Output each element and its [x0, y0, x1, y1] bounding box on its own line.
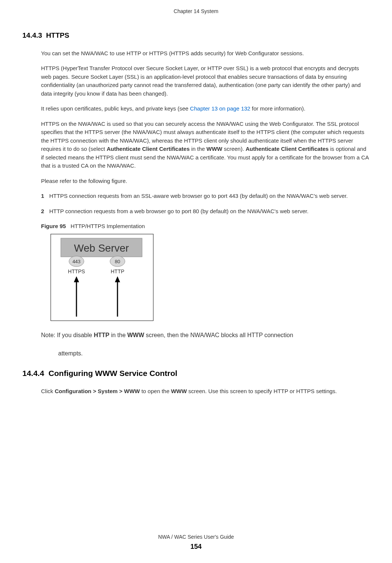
- web-server-label: Web Server: [74, 242, 129, 254]
- note-pre: Note: If you disable: [41, 332, 94, 338]
- list-item-1: 1 HTTPS connection requests from an SSL-…: [41, 192, 370, 200]
- para4-bold2: WWW: [207, 146, 222, 152]
- chapter-header: Chapter 14 System: [22, 7, 370, 15]
- note-bold1: HTTP: [94, 332, 109, 338]
- list-num-1: 1: [41, 192, 49, 200]
- http-label: HTTP: [111, 268, 125, 274]
- note-text: Note: If you disable HTTP in the WWW scr…: [41, 331, 370, 340]
- port-443-label: 443: [72, 259, 81, 264]
- svg-marker-7: [115, 276, 120, 282]
- figure-label: Figure 95: [41, 223, 66, 229]
- para4-mid2: screen).: [222, 146, 246, 152]
- para4-bold1: Authenticate Client Certificates: [107, 146, 190, 152]
- para6-bold2: WWW: [171, 388, 186, 394]
- note-bold2: WWW: [127, 332, 144, 338]
- https-label: HTTPS: [68, 268, 85, 274]
- section-title: HTTPS: [46, 31, 69, 39]
- list-item-2: 2 HTTP connection requests from a web br…: [41, 207, 370, 216]
- paragraph-3: It relies upon certificates, public keys…: [41, 105, 370, 113]
- port-80-label: 80: [115, 259, 120, 264]
- para6-post: screen. Use this screen to specify HTTP …: [187, 388, 337, 394]
- cross-ref-link[interactable]: Chapter 13 on page 132: [190, 105, 250, 112]
- para4-bold3: Authenticate Client Certificates: [246, 146, 329, 152]
- para6-pre: Click: [41, 388, 55, 394]
- section2-title: Configuring WWW Service Control: [48, 369, 177, 377]
- section-heading-www: 14.4.4 Configuring WWW Service Control: [22, 367, 370, 379]
- paragraph-4: HTTPS on the NWA/WAC is used so that you…: [41, 120, 370, 170]
- list-text-1: HTTPS connection requests from an SSL-aw…: [49, 192, 370, 200]
- paragraph-6: Click Configuration > System > WWW to op…: [41, 387, 370, 396]
- para3-post: for more information).: [250, 105, 305, 112]
- footer-page-number: 154: [0, 542, 392, 552]
- figure-diagram: Web Server 443 80 HTTPS HTTP: [50, 234, 370, 321]
- svg-marker-5: [74, 276, 79, 282]
- paragraph-1: You can set the NWA/WAC to use HTTP or H…: [41, 49, 370, 58]
- page-footer: NWA / WAC Series User's Guide 154: [0, 533, 392, 552]
- note-post: screen, then the NWA/WAC blocks all HTTP…: [144, 332, 294, 338]
- note-mid1: in the: [109, 332, 127, 338]
- section2-number: 14.4.4: [22, 369, 44, 377]
- para6-bold1: Configuration > System > WWW: [55, 388, 140, 394]
- note-line2: attempts.: [58, 349, 370, 358]
- para3-pre: It relies upon certificates, public keys…: [41, 105, 190, 112]
- section-heading-https: 14.4.3 HTTPS: [22, 30, 370, 41]
- para4-mid1: in the: [189, 146, 206, 152]
- paragraph-5: Please refer to the following figure.: [41, 177, 370, 186]
- footer-guide-name: NWA / WAC Series User's Guide: [0, 533, 392, 541]
- paragraph-2: HTTPS (HyperText Transfer Protocol over …: [41, 64, 370, 98]
- list-num-2: 2: [41, 207, 49, 216]
- list-text-2: HTTP connection requests from a web brow…: [49, 207, 370, 216]
- section-number: 14.4.3: [22, 31, 42, 39]
- para6-mid1: to open the: [140, 388, 171, 394]
- figure-title: HTTP/HTTPS Implementation: [70, 223, 145, 229]
- figure-caption: Figure 95 HTTP/HTTPS Implementation: [41, 222, 370, 231]
